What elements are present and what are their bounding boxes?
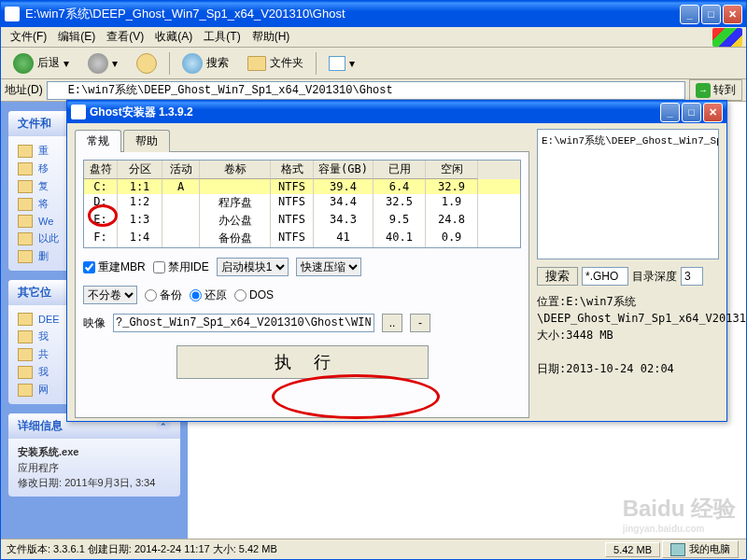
forward-button[interactable]: ▾ [81, 49, 124, 77]
go-icon: → [696, 83, 711, 98]
app-icon [71, 105, 86, 119]
up-icon [136, 53, 157, 74]
status-bar: 文件版本: 3.3.6.1 创建日期: 2014-2-24 11:17 大小: … [1, 539, 746, 559]
table-row[interactable]: F:1:4备份盘NTFS4140.10.9 [84, 230, 520, 247]
status-size: 5.42 MB [605, 542, 660, 557]
info-listbox[interactable]: E:\win7系统\DEEP_Ghost_Win7_Sp [537, 129, 719, 259]
status-location: 我的电脑 [662, 540, 739, 558]
image-label: 映像 [83, 315, 106, 331]
volume-select[interactable]: 不分卷 [83, 286, 137, 304]
search-gho-button[interactable]: 搜索 [537, 267, 578, 286]
col-active: 活动 [162, 161, 200, 179]
task-icon [18, 215, 33, 228]
up-button[interactable] [130, 49, 163, 77]
table-row[interactable]: E:1:3办公盘NTFS34.39.524.8 [84, 212, 520, 230]
dialog-titlebar[interactable]: Ghost安装器 1.3.9.2 _ □ ✕ [67, 101, 726, 123]
window-title: E:\win7系统\DEEP_Ghost_Win7_Sp1_x64_V20131… [25, 6, 345, 22]
col-label: 卷标 [200, 161, 271, 179]
menubar: 文件(F) 编辑(E) 查看(V) 收藏(A) 工具(T) 帮助(H) [1, 27, 746, 48]
boot-module-select[interactable]: 启动模块1 [217, 258, 289, 276]
annotation-oval [272, 374, 440, 419]
depth-input[interactable] [681, 267, 703, 286]
toolbar: 后退 ▾ ▾ 搜索 文件夹 ▾ [1, 48, 746, 79]
rebuild-mbr-checkbox[interactable]: 重建MBR [83, 259, 146, 275]
col-capacity: 容量(GB) [314, 161, 374, 179]
dialog-minimize-button[interactable]: _ [660, 103, 680, 122]
address-input[interactable] [47, 81, 685, 100]
folder-icon [5, 7, 20, 21]
panel-title: 其它位 [18, 285, 51, 301]
table-row[interactable]: D:1:2程序盘NTFS34.432.51.9 [84, 194, 520, 212]
minimize-button[interactable]: _ [680, 5, 699, 24]
close-button[interactable]: ✕ [723, 5, 742, 24]
panel-title: 详细信息 [18, 418, 63, 434]
folder-icon [18, 348, 33, 361]
tab-general[interactable]: 常规 [75, 130, 121, 152]
disable-ide-checkbox[interactable]: 禁用IDE [153, 259, 209, 275]
task-icon [18, 232, 33, 245]
windows-flag-icon [712, 28, 742, 47]
back-button[interactable]: 后退 ▾ [7, 49, 76, 77]
restore-radio[interactable]: 还原 [190, 287, 227, 303]
partition-table[interactable]: 盘符 分区 活动 卷标 格式 容量(GB) 已用 空闲 C:1:1ANTFS39… [83, 160, 521, 248]
folder-icon [18, 366, 33, 379]
computer-icon [670, 543, 685, 556]
menu-tools[interactable]: 工具(T) [198, 27, 246, 47]
details-panel: 详细信息⌃ 安装系统.exe 应用程序 修改日期: 2011年9月3日, 3:3… [8, 413, 180, 497]
task-icon [18, 250, 33, 263]
pattern-input[interactable] [582, 267, 628, 286]
folder-icon [18, 313, 33, 326]
folder-icon [247, 56, 266, 71]
file-type: 应用程序 [18, 460, 171, 476]
dialog-title: Ghost安装器 1.3.9.2 [90, 105, 193, 120]
status-text: 文件版本: 3.3.6.1 创建日期: 2014-2-24 11:17 大小: … [7, 542, 277, 556]
backup-radio[interactable]: 备份 [145, 287, 182, 303]
col-partition: 分区 [118, 161, 162, 179]
views-button[interactable]: ▾ [322, 52, 361, 75]
folder-icon [18, 384, 33, 397]
remove-button[interactable]: - [410, 314, 430, 332]
address-bar: 地址(D) →转到 [1, 79, 746, 102]
ghost-installer-dialog: Ghost安装器 1.3.9.2 _ □ ✕ 常规 帮助 盘符 分区 活动 卷标 [66, 100, 727, 422]
folders-button[interactable]: 文件夹 [241, 51, 310, 75]
go-button[interactable]: →转到 [689, 79, 742, 101]
menu-file[interactable]: 文件(F) [5, 27, 52, 47]
image-path-input[interactable] [113, 314, 374, 332]
search-icon [182, 53, 203, 74]
maximize-button[interactable]: □ [701, 5, 721, 24]
panel-title: 文件和 [18, 116, 51, 132]
depth-label: 目录深度 [632, 269, 677, 285]
folder-icon [18, 330, 33, 343]
browse-button[interactable]: .. [382, 314, 402, 332]
dialog-maximize-button[interactable]: □ [682, 103, 701, 122]
col-used: 已用 [374, 161, 426, 179]
dialog-close-button[interactable]: ✕ [703, 103, 723, 122]
forward-icon [88, 53, 108, 74]
task-icon [18, 198, 33, 211]
views-icon [329, 56, 345, 71]
dos-radio[interactable]: DOS [234, 288, 274, 301]
compress-select[interactable]: 快速压缩 [296, 258, 361, 276]
col-drive: 盘符 [84, 161, 118, 179]
menu-view[interactable]: 查看(V) [101, 27, 149, 47]
execute-button[interactable]: 执行 [176, 345, 429, 379]
menu-fav[interactable]: 收藏(A) [149, 27, 198, 47]
col-free: 空闲 [426, 161, 478, 179]
task-icon [18, 180, 33, 193]
explorer-titlebar[interactable]: E:\win7系统\DEEP_Ghost_Win7_Sp1_x64_V20131… [1, 1, 746, 27]
menu-edit[interactable]: 编辑(E) [52, 27, 101, 47]
tab-help[interactable]: 帮助 [123, 130, 170, 152]
task-icon [18, 145, 33, 158]
table-row[interactable]: C:1:1ANTFS39.46.432.9 [84, 179, 520, 194]
address-label: 地址(D) [5, 82, 43, 98]
menu-help[interactable]: 帮助(H) [247, 27, 296, 47]
file-name: 安装系统.exe [18, 444, 171, 460]
col-format: 格式 [271, 161, 314, 179]
back-icon [13, 53, 34, 74]
search-button[interactable]: 搜索 [176, 49, 235, 77]
task-icon [18, 162, 33, 175]
image-info: 位置:E:\win7系统\DEEP_Ghost_Win7_Sp1_x64_V20… [537, 293, 719, 377]
